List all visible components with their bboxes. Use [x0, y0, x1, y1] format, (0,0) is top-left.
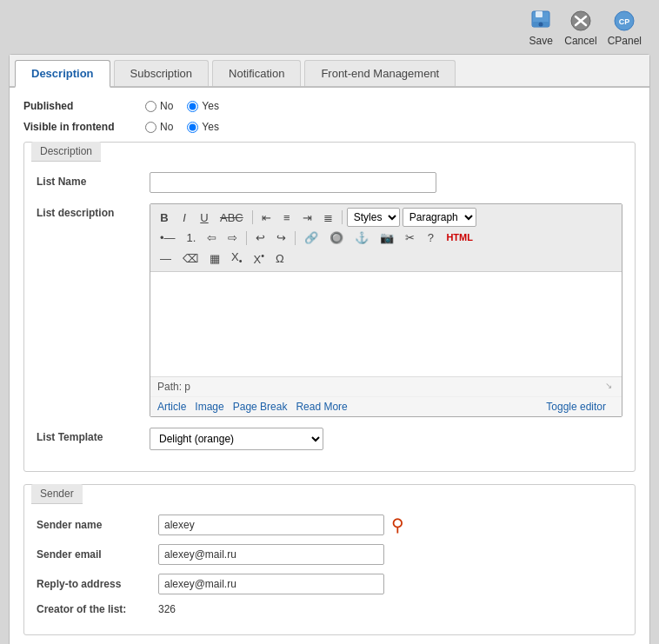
article-link[interactable]: Article — [157, 401, 186, 413]
list-template-control: Delight (orange) Default Blue — [150, 428, 622, 450]
save-button[interactable]: Save — [528, 9, 554, 47]
separator-4 — [295, 231, 296, 245]
visible-yes-radio[interactable] — [187, 122, 198, 133]
list-name-row: List Name — [37, 172, 622, 193]
sender-email-input[interactable] — [158, 544, 384, 565]
editor-links: Article Image Page Break Read More Toggl… — [150, 396, 622, 416]
superscript-button[interactable]: X• — [249, 249, 268, 268]
editor-toolbar: B I U ABC ⇤ ≡ ⇥ ≣ — [150, 204, 622, 272]
omega-button[interactable]: Ω — [271, 250, 289, 267]
image-link[interactable]: Image — [195, 401, 223, 413]
list-description-row: List description B I U ABC — [37, 203, 622, 417]
save-icon — [528, 9, 554, 33]
ol-list-button[interactable]: 1. — [183, 229, 201, 246]
align-center-button[interactable]: ≡ — [278, 209, 296, 226]
resize-handle: ↘ — [605, 381, 615, 390]
top-toolbar: Save Cancel CP CPanel — [9, 9, 650, 47]
tab-subscription[interactable]: Subscription — [114, 60, 210, 86]
tab-notification[interactable]: Notification — [212, 60, 301, 86]
visible-no-radio[interactable] — [145, 122, 156, 133]
help-button[interactable]: ? — [422, 229, 439, 246]
visible-frontend-row: Visible in frontend No Yes — [23, 121, 636, 133]
published-no-option[interactable]: No — [145, 100, 173, 112]
cpanel-label: CPanel — [608, 35, 642, 47]
read-more-link[interactable]: Read More — [296, 401, 347, 413]
description-section-title: Description — [31, 142, 101, 162]
reply-to-label: Reply-to address — [37, 578, 158, 590]
separator-1 — [252, 210, 253, 224]
sender-name-wrap: ⚲ — [158, 515, 404, 535]
paragraph-select[interactable]: Paragraph — [403, 208, 476, 227]
page-wrapper: Save Cancel CP CPanel — [0, 0, 659, 644]
sender-section-title: Sender — [31, 484, 83, 504]
ul-list-button[interactable]: •— — [156, 229, 180, 246]
separator-3 — [246, 231, 247, 245]
published-radio-group: No Yes — [145, 100, 219, 112]
sender-name-row: Sender name ⚲ — [37, 515, 622, 535]
visible-frontend-label: Visible in frontend — [23, 121, 145, 133]
remove-format-button[interactable]: ⌫ — [178, 250, 203, 267]
published-no-radio[interactable] — [145, 101, 156, 112]
reply-to-row: Reply-to address — [37, 574, 622, 594]
redo-button[interactable]: ↪ — [272, 229, 290, 246]
list-template-select[interactable]: Delight (orange) Default Blue — [150, 428, 323, 450]
tab-frontend[interactable]: Front-end Management — [304, 60, 456, 86]
outdent-button[interactable]: ⇦ — [203, 229, 221, 246]
separator-2 — [342, 210, 343, 224]
visible-yes-option[interactable]: Yes — [187, 121, 219, 133]
published-label: Published — [23, 100, 145, 112]
reply-to-input[interactable] — [158, 574, 384, 594]
list-name-control — [150, 172, 622, 193]
sender-email-wrap — [158, 544, 384, 565]
strikethrough-button[interactable]: ABC — [216, 209, 248, 226]
creator-label: Creator of the list: — [37, 603, 158, 615]
styles-select[interactable]: Styles — [347, 208, 400, 227]
published-yes-radio[interactable] — [187, 101, 198, 112]
svg-rect-1 — [536, 11, 543, 17]
creator-value: 326 — [158, 603, 176, 615]
toolbar-row-2: •— 1. ⇦ ⇨ ↩ ↪ 🔗 � — [156, 229, 616, 246]
toggle-editor-link[interactable]: Toggle editor — [546, 401, 606, 413]
tab-description[interactable]: Description — [15, 60, 110, 88]
anchor-button[interactable]: ⚓ — [350, 229, 373, 246]
list-template-label: List Template — [37, 428, 150, 443]
link-button[interactable]: 🔗 — [300, 229, 323, 246]
editor-area[interactable] — [150, 272, 622, 376]
creator-row: Creator of the list: 326 — [37, 603, 622, 615]
svg-text:CP: CP — [619, 17, 630, 26]
hr-button[interactable]: — — [156, 250, 176, 267]
reply-to-wrap — [158, 574, 384, 594]
italic-button[interactable]: I — [176, 209, 193, 226]
svg-point-3 — [539, 23, 543, 27]
unlink-button[interactable]: 🔘 — [325, 229, 348, 246]
tabs-bar: Description Subscription Notification Fr… — [10, 55, 649, 88]
align-right-button[interactable]: ⇥ — [298, 209, 316, 226]
image-button[interactable]: 📷 — [376, 229, 398, 246]
visible-no-option[interactable]: No — [145, 121, 173, 133]
html-button[interactable]: HTML — [442, 230, 477, 245]
subscript-button[interactable]: X• — [227, 249, 246, 268]
list-name-label: List Name — [37, 172, 150, 188]
page-break-link[interactable]: Page Break — [233, 401, 288, 413]
cancel-button[interactable]: Cancel — [564, 9, 596, 47]
indent-button[interactable]: ⇨ — [223, 229, 242, 246]
description-section-box: Description List Name List description — [23, 142, 636, 472]
main-panel: Description Subscription Notification Fr… — [9, 54, 650, 644]
sender-name-input[interactable] — [158, 515, 384, 535]
cancel-label: Cancel — [564, 35, 596, 47]
underline-button[interactable]: U — [196, 209, 213, 226]
description-section-body: List Name List description — [24, 162, 635, 471]
visible-frontend-radio-group: No Yes — [145, 121, 219, 133]
align-left-button[interactable]: ⇤ — [257, 209, 276, 226]
list-name-input[interactable] — [150, 172, 436, 193]
table-button[interactable]: ▦ — [205, 250, 224, 267]
published-yes-option[interactable]: Yes — [187, 100, 219, 112]
bold-button[interactable]: B — [156, 209, 173, 226]
cpanel-button[interactable]: CP CPanel — [608, 9, 642, 47]
cleanup-button[interactable]: ✂ — [401, 229, 419, 246]
align-justify-button[interactable]: ≣ — [319, 209, 337, 226]
list-description-label: List description — [37, 203, 150, 219]
sender-section-box: Sender Sender name ⚲ Sender email — [23, 484, 636, 635]
undo-button[interactable]: ↩ — [251, 229, 270, 246]
toolbar-row-1: B I U ABC ⇤ ≡ ⇥ ≣ — [156, 208, 616, 227]
